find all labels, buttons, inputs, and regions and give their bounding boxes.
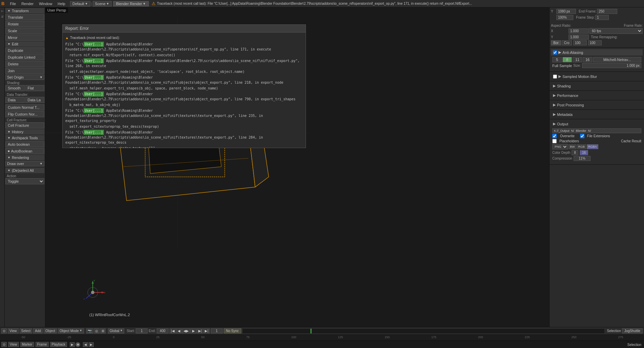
frame-step-input[interactable]	[595, 15, 609, 20]
size-input[interactable]	[582, 63, 641, 68]
edge-tab-n[interactable]: N	[0, 14, 4, 19]
aa-checkbox[interactable]	[553, 50, 557, 55]
render-icon[interactable]: ◎	[94, 328, 99, 333]
duplicate-linked-button[interactable]: Duplicate Linked	[5, 54, 44, 60]
output-path-input[interactable]	[552, 128, 641, 133]
fps-select[interactable]: 60 fps	[590, 28, 643, 34]
grid-icon[interactable]: ⊞	[100, 328, 106, 333]
aa-8-btn[interactable]: 8	[562, 57, 572, 62]
overwrite-checkbox[interactable]	[552, 134, 557, 138]
menu-render[interactable]: Render	[19, 0, 36, 7]
play-btn[interactable]: ▶	[191, 328, 197, 333]
status-view-btn[interactable]: View	[8, 342, 19, 347]
status-marker-btn[interactable]: Marker	[20, 342, 34, 347]
timeline-bar[interactable]	[242, 328, 605, 334]
skip-start-btn[interactable]: |◀	[170, 328, 176, 333]
global-select[interactable]: Global▼	[108, 328, 125, 333]
post-processing-header[interactable]: ▶ Post Processing	[551, 102, 643, 108]
smooth-button[interactable]: Smooth	[5, 85, 25, 91]
viewport-area[interactable]: User Persp	[45, 7, 549, 327]
mirror-button[interactable]: Mirror	[5, 35, 44, 41]
status-play-btn[interactable]: ▶	[70, 342, 75, 347]
autoboolean-button[interactable]: ■AutoBoolean	[5, 148, 44, 154]
file-ext-checkbox[interactable]	[580, 134, 584, 138]
depth-8-btn[interactable]: 8	[572, 150, 578, 155]
aa-11-btn[interactable]: 11	[573, 57, 582, 62]
play-back-btn[interactable]: ◀▶	[182, 328, 190, 333]
deselect-all-header[interactable]: ▼(De)select All	[5, 168, 44, 173]
workspace-selector[interactable]: Default▼	[70, 1, 90, 6]
time-remap-old-input[interactable]	[573, 40, 587, 45]
cell-fracture-button[interactable]: Cell Fracture	[5, 122, 44, 128]
jog-shuttle[interactable]: JogShuttle	[622, 328, 643, 333]
menu-window[interactable]: Window	[36, 0, 55, 7]
scene-selector[interactable]: Scene▼	[93, 1, 112, 6]
aa-16-btn[interactable]: 16	[583, 57, 592, 62]
border-btn[interactable]: Bor	[551, 40, 561, 45]
edge-tab-tools[interactable]: T	[0, 9, 4, 14]
no-sync-btn[interactable]: No Sync	[224, 328, 241, 333]
current-frame-input[interactable]	[211, 328, 223, 333]
rgb-btn[interactable]: RGB	[577, 144, 586, 149]
duplicate-button[interactable]: Duplicate	[5, 47, 44, 54]
bw-btn[interactable]: BW	[569, 144, 576, 149]
step-back-btn[interactable]: ◀	[176, 328, 182, 333]
compression-input[interactable]	[574, 156, 591, 161]
motion-blur-header[interactable]: ▶ Sampled Motion Blur	[551, 73, 643, 80]
set-origin-dropdown[interactable]: Set Origin▼	[5, 75, 44, 80]
aa-5-btn[interactable]: 5	[552, 57, 562, 62]
start-frame-input[interactable]	[136, 328, 148, 333]
archipack-section-header[interactable]: ▼Archipack Tools	[5, 135, 44, 141]
motion-blur-checkbox[interactable]	[553, 75, 557, 79]
shading-header[interactable]: ▶ Shading	[551, 83, 643, 89]
metadata-header[interactable]: ▶ Metadata	[551, 111, 643, 118]
rgba-btn[interactable]: RGBA	[587, 144, 598, 149]
status-prev-btn[interactable]: ◀	[83, 342, 88, 347]
end-frame-bottom-input[interactable]	[157, 328, 169, 333]
aa-header[interactable]: ▶ Anti-Aliasing	[551, 49, 643, 56]
y-res-input[interactable]	[556, 9, 576, 14]
status-playback-btn[interactable]: Playback	[50, 342, 67, 347]
auto-boolean-button[interactable]: Auto boolean	[5, 141, 44, 147]
placeholders-checkbox[interactable]	[552, 139, 557, 143]
view-btn[interactable]: View	[8, 328, 19, 333]
object-btn[interactable]: Object	[44, 328, 57, 333]
menu-file[interactable]: File	[7, 0, 19, 7]
mode-select[interactable]: Object Mode▼	[58, 328, 84, 333]
flat-button[interactable]: Flat	[25, 85, 45, 91]
crop-btn[interactable]: Cro	[562, 40, 572, 45]
engine-selector[interactable]: Blender Render▼	[113, 1, 149, 6]
status-next-btn[interactable]: ▶	[89, 342, 94, 347]
join-button[interactable]: Join	[5, 68, 44, 74]
rendering-section-header[interactable]: ▼Rendering	[5, 155, 44, 160]
end-frame-input[interactable]	[597, 9, 617, 14]
status-frame-btn[interactable]: Frame	[36, 342, 49, 347]
toggle-select[interactable]: Toggle	[5, 178, 44, 184]
add-btn[interactable]: Add	[33, 328, 43, 333]
time-remap-new-input[interactable]	[588, 40, 602, 45]
step-fwd-btn[interactable]: ▶|	[197, 328, 203, 333]
aspect-y-input[interactable]	[569, 35, 589, 40]
draw-over-dropdown[interactable]: Draw over▼	[5, 161, 44, 166]
depth-16-btn[interactable]: 16	[580, 150, 588, 155]
custom-normal-button[interactable]: Custom Normal T...	[5, 104, 44, 110]
data-la-button[interactable]: Data La	[25, 97, 45, 103]
flip-custom-button[interactable]: Flip Custom Nor...	[5, 111, 44, 117]
history-section-header[interactable]: ▼History	[5, 129, 44, 135]
rotate-button[interactable]: Rotate	[5, 21, 44, 27]
delete-button[interactable]: Delete	[5, 61, 44, 67]
pct-input[interactable]	[556, 15, 573, 20]
scale-button[interactable]: Scale	[5, 28, 44, 34]
aspect-x-input[interactable]	[569, 28, 589, 34]
skip-end-btn[interactable]: ▶|	[203, 328, 210, 333]
format-select[interactable]: PNG	[552, 144, 568, 149]
output-header[interactable]: ▶ Output	[551, 121, 643, 127]
aa-filter-btn[interactable]: Mitchell-Netrav...	[593, 57, 641, 62]
translate-button[interactable]: Translate	[5, 14, 44, 20]
select-btn[interactable]: Select	[20, 328, 32, 333]
data-button[interactable]: Data	[5, 97, 25, 103]
camera-icon[interactable]: 📷	[86, 328, 93, 333]
menu-help[interactable]: Help	[55, 0, 68, 7]
transform-section-header[interactable]: ▼Transform	[5, 8, 44, 14]
performance-header[interactable]: ▶ Performance	[551, 92, 643, 99]
